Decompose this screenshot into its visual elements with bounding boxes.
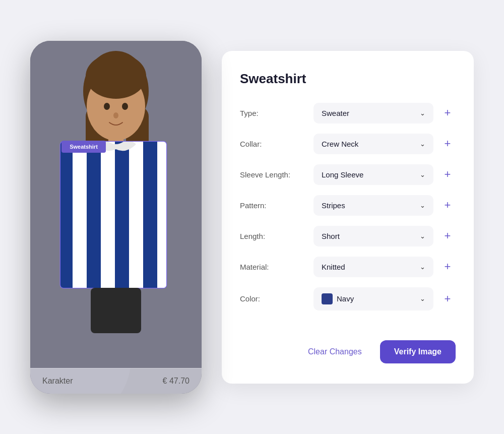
select-inner-length: Short xyxy=(322,232,340,240)
select-inner-color: Navy xyxy=(322,293,354,304)
panel-actions: Clear Changes Verify Image xyxy=(240,340,456,363)
select-inner-pattern: Stripes xyxy=(322,201,345,210)
verify-image-button[interactable]: Verify Image xyxy=(380,340,456,363)
attribute-label-color: Color: xyxy=(240,294,305,303)
main-container: Sweatshirt xyxy=(10,21,494,414)
attributes-list: Type:Sweater ⌄+Collar:Crew Neck ⌄+Sleeve… xyxy=(240,103,456,324)
select-inner-material: Knitted xyxy=(322,263,345,271)
color-swatch-color xyxy=(322,293,333,304)
phone-image-area: Sweatshirt xyxy=(30,41,202,368)
phone-mockup: Sweatshirt xyxy=(30,41,202,394)
chevron-down-icon-type: ⌄ xyxy=(420,109,425,117)
attribute-label-type: Type: xyxy=(240,109,305,117)
attribute-row-color: Color:Navy ⌄+ xyxy=(240,287,456,311)
select-inner-type: Sweater xyxy=(322,109,349,117)
add-attribute-button-pattern[interactable]: + xyxy=(439,197,456,213)
attribute-label-collar: Collar: xyxy=(240,140,305,148)
attribute-select-color[interactable]: Navy ⌄ xyxy=(313,287,433,311)
add-attribute-button-length[interactable]: + xyxy=(439,228,456,244)
attribute-row-pattern: Pattern:Stripes ⌄+ xyxy=(240,195,456,216)
select-inner-sleeve_length: Long Sleeve xyxy=(322,170,363,179)
attribute-select-wrapper-pattern: Stripes ⌄+ xyxy=(313,195,456,216)
attribute-row-type: Type:Sweater ⌄+ xyxy=(240,103,456,123)
attribute-row-length: Length:Short ⌄+ xyxy=(240,226,456,246)
add-attribute-button-collar[interactable]: + xyxy=(439,136,456,152)
phone-bottom-bar: Karakter € 47.70 xyxy=(30,368,202,394)
svg-point-9 xyxy=(113,112,118,118)
attribute-select-wrapper-material: Knitted ⌄+ xyxy=(313,257,456,277)
attribute-select-pattern[interactable]: Stripes ⌄ xyxy=(313,195,433,216)
select-value-collar: Crew Neck xyxy=(322,140,358,148)
select-value-sleeve_length: Long Sleeve xyxy=(322,170,363,179)
attribute-select-material[interactable]: Knitted ⌄ xyxy=(313,257,433,277)
chevron-down-icon-color: ⌄ xyxy=(420,295,425,302)
phone-content: Sweatshirt xyxy=(30,41,202,394)
right-panel: Sweatshirt Type:Sweater ⌄+Collar:Crew Ne… xyxy=(222,51,474,384)
svg-rect-17 xyxy=(91,288,141,333)
chevron-down-icon-sleeve_length: ⌄ xyxy=(420,171,425,178)
attribute-row-material: Material:Knitted ⌄+ xyxy=(240,257,456,277)
chevron-down-icon-length: ⌄ xyxy=(420,232,425,240)
attribute-select-wrapper-type: Sweater ⌄+ xyxy=(313,103,456,123)
phone-karakter-label: Karakter xyxy=(42,377,73,386)
attribute-label-material: Material: xyxy=(240,263,305,271)
svg-point-8 xyxy=(122,103,128,110)
add-attribute-button-color[interactable]: + xyxy=(439,291,456,307)
attribute-label-length: Length: xyxy=(240,232,305,240)
add-attribute-button-sleeve_length[interactable]: + xyxy=(439,166,456,182)
select-value-type: Sweater xyxy=(322,109,349,117)
attribute-select-type[interactable]: Sweater ⌄ xyxy=(313,103,433,123)
svg-point-7 xyxy=(104,103,110,110)
add-attribute-button-material[interactable]: + xyxy=(439,259,456,275)
chevron-down-icon-pattern: ⌄ xyxy=(420,202,425,209)
chevron-down-icon-collar: ⌄ xyxy=(420,140,425,148)
attribute-select-wrapper-length: Short ⌄+ xyxy=(313,226,456,246)
attribute-select-wrapper-sleeve_length: Long Sleeve ⌄+ xyxy=(313,164,456,185)
add-attribute-button-type[interactable]: + xyxy=(439,105,456,121)
select-inner-collar: Crew Neck xyxy=(322,140,358,148)
attribute-row-collar: Collar:Crew Neck ⌄+ xyxy=(240,134,456,154)
attribute-label-sleeve_length: Sleeve Length: xyxy=(240,170,305,179)
select-value-pattern: Stripes xyxy=(322,201,345,210)
select-value-length: Short xyxy=(322,232,340,240)
attribute-select-collar[interactable]: Crew Neck ⌄ xyxy=(313,134,433,154)
clear-changes-button[interactable]: Clear Changes xyxy=(298,341,372,362)
panel-title: Sweatshirt xyxy=(240,71,456,87)
svg-rect-13 xyxy=(60,142,166,288)
attribute-select-wrapper-color: Navy ⌄+ xyxy=(313,287,456,311)
chevron-down-icon-material: ⌄ xyxy=(420,263,425,271)
select-value-color: Navy xyxy=(337,294,354,303)
select-value-material: Knitted xyxy=(322,263,345,271)
attribute-select-length[interactable]: Short ⌄ xyxy=(313,226,433,246)
svg-text:Sweatshirt: Sweatshirt xyxy=(70,144,98,150)
attribute-select-wrapper-collar: Crew Neck ⌄+ xyxy=(313,134,456,154)
attribute-row-sleeve_length: Sleeve Length:Long Sleeve ⌄+ xyxy=(240,164,456,185)
phone-price-label: € 47.70 xyxy=(163,377,190,386)
attribute-label-pattern: Pattern: xyxy=(240,201,305,210)
svg-point-6 xyxy=(86,53,146,99)
attribute-select-sleeve_length[interactable]: Long Sleeve ⌄ xyxy=(313,164,433,185)
